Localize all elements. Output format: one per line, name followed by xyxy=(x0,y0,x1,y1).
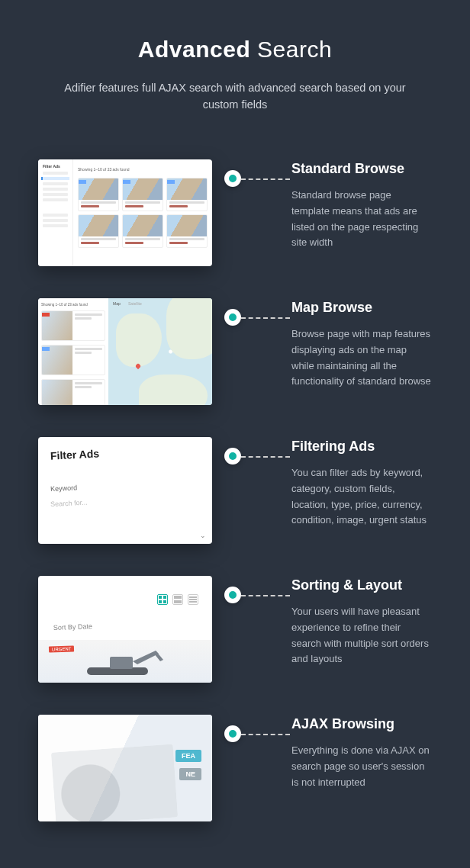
connector-line-icon xyxy=(241,178,290,180)
thumb1-sidebar-title: Filter Ads xyxy=(43,164,72,169)
feature-desc: You can filter ads by keyword, category,… xyxy=(291,465,432,529)
connector-line-icon xyxy=(241,734,290,735)
feature-row-filtering-ads: Filter Ads Keyword Search for... ⌄ Filte… xyxy=(38,437,432,544)
thumb3-label: Keyword xyxy=(50,477,200,493)
page-title-strong: Advanced xyxy=(138,37,250,62)
svg-rect-5 xyxy=(174,600,182,603)
page: Advanced Search Adifier features full AJ… xyxy=(0,0,470,852)
connector-dot-icon xyxy=(224,587,241,603)
feature-row-map-browse: Showing 1–10 of 23 ads found Map Satelli… xyxy=(38,298,432,405)
page-intro: Adifier features full AJAX search with a… xyxy=(60,79,410,114)
feature-row-standard-browse: Filter Ads Showing 1–10 of 23 ads found xyxy=(38,159,432,266)
thumb3-placeholder: Search for... xyxy=(50,493,200,508)
svg-rect-3 xyxy=(163,600,166,603)
feature-row-ajax-browsing: FEA NE AJAX Browsing Everything is done … xyxy=(38,715,432,821)
layout-list-icon xyxy=(188,594,198,605)
svg-rect-6 xyxy=(189,596,197,598)
connector-dot-icon xyxy=(224,170,241,187)
svg-rect-8 xyxy=(189,601,197,603)
urgent-badge: URGENT xyxy=(49,645,75,652)
feature-title: Standard Browse xyxy=(291,161,432,177)
connector-line-icon xyxy=(241,317,290,319)
feature-desc: Standard browse page template means that… xyxy=(291,188,432,251)
thumbnail-sorting-layout: Sort By Date URGENT xyxy=(38,576,212,683)
thumbnail-filtering-ads: Filter Ads Keyword Search for... ⌄ xyxy=(38,437,212,544)
feature-title: Sorting & Layout xyxy=(291,577,432,593)
connector-dot-icon xyxy=(224,309,241,326)
thumb2-results-text: Showing 1–10 of 23 ads found xyxy=(41,303,105,307)
connector-dot-icon xyxy=(224,448,241,465)
thumbnail-map-browse: Showing 1–10 of 23 ads found Map Satelli… xyxy=(38,298,212,405)
thumbnail-standard-browse: Filter Ads Showing 1–10 of 23 ads found xyxy=(38,159,212,266)
thumbnail-ajax-browsing: FEA NE xyxy=(38,715,212,821)
svg-rect-4 xyxy=(174,596,182,599)
layout-card-icon xyxy=(172,594,183,605)
feature-desc: Everything is done via AJAX on search pa… xyxy=(291,743,432,790)
thumb2-map-tab-sat: Satellite xyxy=(128,301,142,306)
featured-badge: FEA xyxy=(175,750,201,762)
ne-badge: NE xyxy=(179,768,201,780)
thumb1-results-text: Showing 1–10 of 23 ads found xyxy=(78,167,130,172)
feature-title: Filtering Ads xyxy=(291,439,432,455)
chevron-down-icon: ⌄ xyxy=(200,532,206,539)
svg-rect-1 xyxy=(163,596,166,599)
thumb4-sort-label: Sort By Date xyxy=(53,622,92,632)
excavator-icon xyxy=(79,646,171,678)
layout-grid-icon xyxy=(157,594,168,605)
thumb3-title: Filter Ads xyxy=(50,447,100,461)
feature-row-sorting-layout: Sort By Date URGENT Sorting & Layout You… xyxy=(38,576,432,683)
svg-rect-7 xyxy=(189,599,197,600)
connector-dot-icon xyxy=(224,725,241,742)
feature-desc: Browse page with map features displaying… xyxy=(291,326,432,390)
svg-rect-2 xyxy=(159,600,162,603)
svg-rect-10 xyxy=(110,657,133,669)
feature-title: Map Browse xyxy=(291,300,432,316)
connector-line-icon xyxy=(241,595,290,596)
thumb2-map-tab-map: Map xyxy=(113,301,121,306)
page-title: Advanced Search xyxy=(38,37,432,63)
page-title-rest: Search xyxy=(250,37,332,62)
connector-line-icon xyxy=(241,456,290,458)
svg-rect-0 xyxy=(159,596,162,599)
feature-title: AJAX Browsing xyxy=(291,716,432,732)
thumb2-map: Map Satellite xyxy=(108,298,212,405)
feature-desc: Your users will have pleasant experience… xyxy=(291,604,432,667)
